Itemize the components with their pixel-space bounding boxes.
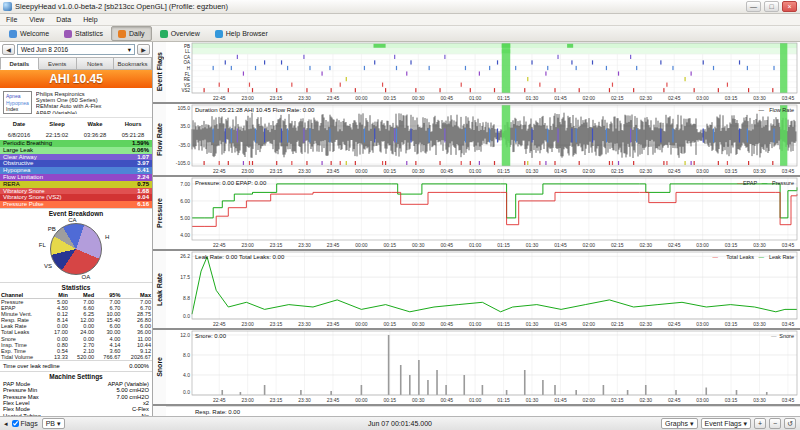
daily-icon [118,30,126,38]
session-data-row: 6/8/201622:15:0203:36:2805:21:28 [0,129,152,140]
menu-item-view[interactable]: View [23,16,50,23]
event-rate-label: Hypopnea [3,167,30,174]
graphs-dropdown[interactable]: Graphs ▾ [661,418,697,429]
svg-text:4.00: 4.00 [180,232,190,238]
event-flags-plot[interactable]: 22:4523:0023:1523:3023:4500:0000:1500:30… [166,42,800,102]
toolbar-button-welcome[interactable]: Welcome [2,26,56,41]
svg-text:—: — [771,333,777,339]
svg-text:23:00: 23:00 [241,168,254,174]
svg-text:23:30: 23:30 [298,242,311,248]
svg-text:00:30: 00:30 [412,95,425,101]
event-rate-label: Pressure Pulse [3,201,44,208]
svg-text:01:45: 01:45 [554,397,567,403]
svg-text:22:45: 22:45 [213,168,226,174]
menu-item-file[interactable]: File [0,16,23,23]
event-type-dropdown[interactable]: PB ▾ [42,418,65,429]
toolbar-button-statistics[interactable]: Statistics [57,26,110,41]
toolbar-button-overview[interactable]: Overview [153,26,207,41]
event-rate-row: Clear Airway1.07 [0,154,152,161]
toolbar-button-help-browser[interactable]: Help Browser [208,26,275,41]
stats-cell: Pressure [0,298,47,305]
graph-panel-snore[interactable]: Snore22:4523:0023:1523:3023:4500:0000:15… [153,330,800,406]
svg-text:EPAP: EPAP [743,180,758,186]
stats-cell: 7.00 [69,298,95,305]
pie-label-fl: FL [39,242,46,248]
flags-checkbox[interactable] [12,420,19,427]
event-flags-dropdown[interactable]: Event Flags ▾ [701,418,751,429]
svg-text:Leak Rate: Leak Rate [769,254,794,260]
svg-text:01:45: 01:45 [554,168,567,174]
collapse-sidebar-icon[interactable]: ◂ [4,420,8,428]
menu-item-data[interactable]: Data [50,16,77,23]
graph-panel-flow-rate[interactable]: Flow Rate22:4523:0023:1523:3023:4500:000… [153,104,800,177]
prev-day-button[interactable]: ◀ [2,44,15,55]
pie-label-h: H [105,234,109,240]
svg-text:00:15: 00:15 [384,242,397,248]
panel-axis-label-pressure: Pressure [153,177,166,249]
reset-zoom-icon[interactable]: ↺ [784,418,796,429]
next-day-button[interactable]: ▶ [137,44,150,55]
svg-text:5.00: 5.00 [180,215,190,221]
graph-panel-resp-rate-0-00[interactable]: Resp. Rate: 0.00 [153,406,800,416]
sidebar-tab-notes[interactable]: Notes [77,57,115,70]
svg-text:01:00: 01:00 [469,242,482,248]
svg-text:02:45: 02:45 [668,321,681,327]
svg-text:00:15: 00:15 [384,168,397,174]
svg-text:00:30: 00:30 [412,321,425,327]
svg-text:02:00: 02:00 [583,321,596,327]
chevron-down-icon: ▾ [743,420,747,428]
sidebar-tab-events[interactable]: Events [39,57,77,70]
event-rate-value: 1.59% [132,140,149,147]
flags-label: Flags [21,420,38,427]
toolbar-label: Welcome [20,30,49,37]
svg-text:03:30: 03:30 [753,242,766,248]
leak-rate-plot[interactable]: 22:4523:0023:1523:3023:4500:0000:1500:30… [166,251,800,328]
flags-toggle[interactable]: Flags [12,420,38,427]
svg-text:6.00: 6.00 [180,198,190,204]
machine-settings-list: PAP ModeAPAP (Variable)Pressure Min5.00 … [0,381,152,416]
svg-text:Flow Rate: Flow Rate [769,107,794,113]
svg-text:01:30: 01:30 [526,321,539,327]
resp-rate-plot[interactable]: Resp. Rate: 0.00 [166,406,800,416]
sidebar-tab-details[interactable]: Details [0,57,39,70]
machine-info-line: APAP (Variable) [36,110,102,114]
svg-text:03:45: 03:45 [782,95,795,101]
pressure-plot[interactable]: 22:4523:0023:1523:3023:4500:0000:1500:30… [166,177,800,249]
session-header-cell: Sleep [38,118,76,129]
snore-plot[interactable]: 22:4523:0023:1523:3023:4500:0000:1500:30… [166,330,800,404]
zoom-out-icon[interactable]: − [769,418,781,429]
flow-rate-plot[interactable]: 22:4523:0023:1523:3023:4500:0000:1500:30… [166,104,800,175]
date-dropdown[interactable]: Wed Jun 8 2016 ▾ [17,44,135,55]
svg-text:23:15: 23:15 [270,95,283,101]
minimize-button[interactable]: — [746,1,761,12]
graph-panel-event-flags[interactable]: Event Flags22:4523:0023:1523:3023:4500:0… [153,42,800,104]
pie-chart [50,223,102,275]
title-bar: SleepyHead v1.0.0-beta-2 [sb213cc OpenGL… [0,0,800,14]
graph-panel-leak-rate[interactable]: Leak Rate22:4523:0023:1523:3023:4500:000… [153,251,800,330]
cursor-timestamp: Jun 07 00:01:45.000 [368,420,432,427]
event-rate-row: Vibratory Snore (VS2)9.04 [0,194,152,201]
session-cell: 03:36:28 [76,129,114,140]
svg-text:01:30: 01:30 [526,397,539,403]
event-rate-row: Large Leak0.06% [0,147,152,154]
graph-panel-pressure[interactable]: Pressure22:4523:0023:1523:3023:4500:0000… [153,177,800,251]
svg-text:01:00: 01:00 [469,95,482,101]
menu-item-help[interactable]: Help [77,16,103,23]
maximize-button[interactable]: □ [764,1,779,12]
sidebar-tab-bookmarks[interactable]: Bookmarks [114,57,152,70]
event-rate-row: Vibratory Snore1.68 [0,188,152,195]
session-cell: 6/8/2016 [0,129,38,140]
overview-icon [160,30,168,38]
toolbar-button-daily[interactable]: Daily [111,26,152,41]
svg-text:01:15: 01:15 [497,168,510,174]
svg-text:00:00: 00:00 [355,321,368,327]
close-button[interactable]: × [782,1,797,12]
svg-text:Resp. Rate: 0.00: Resp. Rate: 0.00 [195,409,241,415]
svg-text:LL: LL [185,49,191,54]
svg-text:02:45: 02:45 [668,397,681,403]
svg-text:VS: VS [184,83,190,88]
zoom-in-icon[interactable]: + [754,418,766,429]
event-rates-list: Periodic Breathing1.59%Large Leak0.06%Cl… [0,140,152,208]
svg-text:8.8: 8.8 [183,295,190,301]
svg-text:03:00: 03:00 [696,95,709,101]
